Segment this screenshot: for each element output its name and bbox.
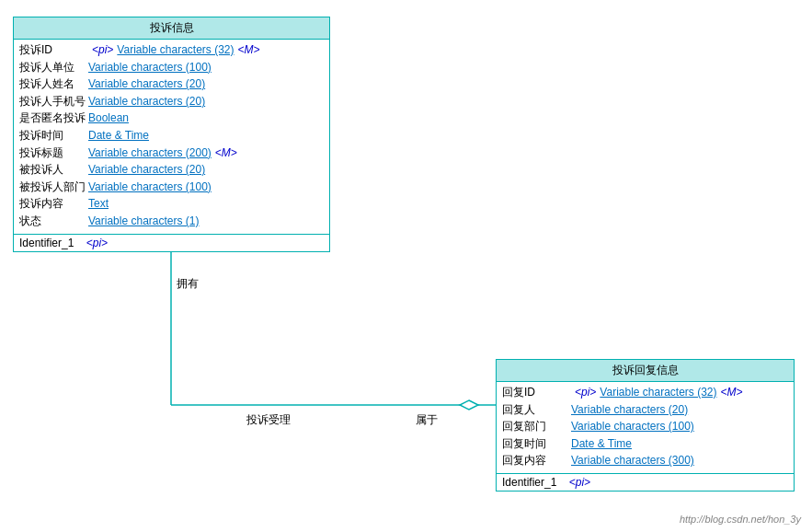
complaint-row-1: 投诉人单位Variable characters (100) [19, 59, 324, 76]
reply-row-0-type: Variable characters (32) [600, 384, 716, 401]
canvas: 拥有 投诉受理 属于 投诉信息 投诉ID<pi>Variable charact… [0, 0, 812, 532]
complaint-entity-body: 投诉ID<pi>Variable characters (32)<M>投诉人单位… [14, 40, 329, 234]
complaint-row-3: 投诉人手机号Variable characters (20) [19, 93, 324, 110]
complaint-row-4-type: Boolean [88, 110, 129, 127]
complaint-row-2-type: Variable characters (20) [88, 75, 205, 93]
reply-row-4-name: 回复内容 [502, 452, 571, 469]
complaint-row-6-extra: <M> [215, 145, 237, 162]
reply-entity-body: 回复ID<pi>Variable characters (32)<M>回复人Va… [497, 382, 794, 473]
complaint-row-3-type: Variable characters (20) [88, 93, 205, 110]
complaint-row-2: 投诉人姓名Variable characters (20) [19, 75, 324, 93]
reply-footer-text: Identifier_1 [502, 476, 556, 489]
reply-row-0-tag: <pi> [575, 384, 596, 401]
complaint-row-7-type: Variable characters (20) [88, 161, 205, 179]
complaint-row-3-name: 投诉人手机号 [19, 93, 88, 110]
complaint-row-1-type: Variable characters (100) [88, 59, 212, 76]
reply-row-3-name: 回复时间 [502, 435, 571, 453]
complaint-row-5-type: Date & Time [88, 127, 149, 145]
complaint-row-0-extra: <M> [238, 41, 260, 59]
complaint-footer-text: Identifier_1 [19, 237, 74, 249]
watermark: http://blog.csdn.net/hon_3y [680, 514, 801, 525]
complaint-entity-title: 投诉信息 [14, 17, 329, 40]
complaint-row-0-tag: <pi> [92, 41, 113, 59]
label-belongs-to: 属于 [416, 412, 438, 428]
reply-entity-title: 投诉回复信息 [497, 360, 794, 382]
label-complaint-accept: 投诉受理 [246, 412, 291, 428]
reply-row-3-type: Date & Time [571, 435, 632, 453]
complaint-row-7-name: 被投诉人 [19, 161, 88, 179]
complaint-row-6: 投诉标题Variable characters (200)<M> [19, 145, 324, 162]
reply-row-1: 回复人Variable characters (20) [502, 401, 788, 419]
complaint-row-5-name: 投诉时间 [19, 127, 88, 145]
complaint-row-10-type: Variable characters (1) [88, 213, 200, 230]
reply-row-0-name: 回复ID [502, 384, 571, 401]
complaint-row-6-name: 投诉标题 [19, 145, 88, 162]
complaint-footer-tag: <pi> [86, 237, 108, 249]
reply-row-4-type: Variable characters (300) [571, 452, 694, 469]
complaint-row-8: 被投诉人部门Variable characters (100) [19, 179, 324, 196]
complaint-entity-footer: Identifier_1 <pi> [14, 234, 329, 251]
complaint-row-6-type: Variable characters (200) [88, 145, 212, 162]
complaint-row-0-type: Variable characters (32) [117, 41, 234, 59]
complaint-row-5: 投诉时间Date & Time [19, 127, 324, 145]
complaint-row-9-type: Text [88, 195, 109, 213]
reply-footer-tag: <pi> [569, 476, 590, 489]
complaint-row-4: 是否匿名投诉Boolean [19, 110, 324, 127]
reply-row-3: 回复时间Date & Time [502, 435, 788, 453]
reply-entity-footer: Identifier_1 <pi> [497, 473, 794, 491]
complaint-row-9: 投诉内容Text [19, 195, 324, 213]
complaint-row-4-name: 是否匿名投诉 [19, 110, 88, 127]
reply-row-0-extra: <M> [721, 384, 743, 401]
complaint-entity: 投诉信息 投诉ID<pi>Variable characters (32)<M>… [13, 17, 330, 252]
reply-row-2-type: Variable characters (100) [571, 418, 694, 435]
reply-entity: 投诉回复信息 回复ID<pi>Variable characters (32)<… [496, 359, 795, 492]
complaint-row-0: 投诉ID<pi>Variable characters (32)<M> [19, 41, 324, 59]
complaint-row-1-name: 投诉人单位 [19, 59, 88, 76]
reply-row-1-type: Variable characters (20) [571, 401, 688, 419]
complaint-row-2-name: 投诉人姓名 [19, 75, 88, 93]
complaint-row-10-name: 状态 [19, 213, 88, 230]
complaint-row-8-type: Variable characters (100) [88, 179, 212, 196]
label-youhave: 拥有 [177, 276, 199, 292]
complaint-row-10: 状态Variable characters (1) [19, 213, 324, 230]
complaint-row-7: 被投诉人Variable characters (20) [19, 161, 324, 179]
reply-row-4: 回复内容Variable characters (300) [502, 452, 788, 469]
complaint-row-0-name: 投诉ID [19, 41, 88, 59]
reply-row-2-name: 回复部门 [502, 418, 571, 435]
reply-row-1-name: 回复人 [502, 401, 571, 419]
svg-marker-3 [460, 400, 478, 410]
reply-row-2: 回复部门Variable characters (100) [502, 418, 788, 435]
complaint-row-9-name: 投诉内容 [19, 195, 88, 213]
reply-row-0: 回复ID<pi>Variable characters (32)<M> [502, 384, 788, 401]
complaint-row-8-name: 被投诉人部门 [19, 179, 88, 196]
